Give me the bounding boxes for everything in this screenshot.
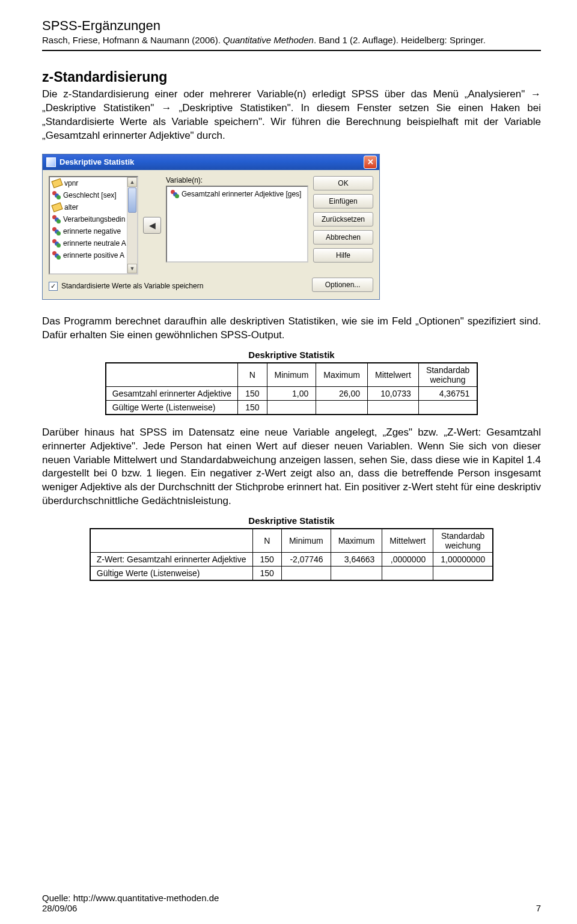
table-row-label: Gültige Werte (Listenweise) [106, 400, 238, 415]
variable-icon [52, 227, 61, 236]
paragraph-intro: Die z-Standardisierung einer oder mehrer… [42, 88, 541, 143]
header-rule [42, 50, 541, 51]
scroll-thumb[interactable] [128, 187, 136, 213]
source-variable-list[interactable]: vpnr Geschlecht [sex] alter Verarbeitung… [49, 176, 138, 275]
dialog-titlebar: Deskriptive Statistik ✕ [43, 154, 379, 170]
section-heading: z-Standardisierung [42, 69, 541, 85]
target-label: Variable(n): [166, 176, 308, 184]
variable-icon [52, 239, 61, 248]
table1-title: Deskriptive Statistik [42, 350, 541, 360]
footer-source: Quelle: http://www.quantitative-methoden… [42, 893, 219, 903]
options-button[interactable]: Optionen... [312, 278, 373, 292]
list-item: Verarbeitungsbedin [50, 213, 137, 225]
reset-button[interactable]: Zurücksetzen [313, 212, 373, 226]
paragraph-output: Das Programm berechnet daraufhin alle de… [42, 315, 541, 342]
paragraph-zvar: Darüber hinaus hat SPSS im Datensatz ein… [42, 426, 541, 509]
table-row-label: Z-Wert: Gesamtzahl erinnerter Adjektive [90, 553, 252, 567]
variable-icon [52, 215, 61, 223]
paste-button[interactable]: Einfügen [313, 194, 373, 208]
cancel-button[interactable]: Abbrechen [313, 230, 373, 245]
page-number: 7 [536, 903, 541, 913]
doc-header-title: SPSS-Ergänzungen [42, 18, 541, 34]
list-item: alter [50, 201, 137, 213]
checkbox-label: Standardisierte Werte als Variable speic… [61, 282, 203, 290]
list-item: Gesamtzahl erinnerter Adjektive [ges] [168, 188, 306, 200]
scrollbar[interactable]: ▲ ▼ [127, 177, 137, 273]
ok-button[interactable]: OK [313, 176, 373, 190]
spss-dialog: Deskriptive Statistik ✕ vpnr Geschlecht … [42, 154, 380, 300]
footer-date: 28/09/06 [42, 903, 219, 913]
list-item: erinnerte negative [50, 225, 137, 237]
variable-icon [52, 191, 61, 199]
variable-icon [52, 251, 61, 260]
table-row-label: Gültige Werte (Listenweise) [90, 567, 252, 581]
list-item: vpnr [50, 177, 137, 189]
target-variable-list[interactable]: Gesamtzahl erinnerter Adjektive [ges] [166, 186, 308, 263]
save-standardized-checkbox[interactable]: ✓ [49, 282, 58, 291]
doc-header-citation: Rasch, Friese, Hofmann & Naumann (2006).… [42, 35, 541, 45]
help-button[interactable]: Hilfe [313, 248, 373, 263]
output-table-1: N Minimum Maximum Mittelwert Standardabw… [105, 362, 478, 415]
list-item: erinnerte positive A [50, 249, 137, 261]
table-row-label: Gesamtzahl erinnerter Adjektive [106, 386, 238, 400]
table2-title: Deskriptive Statistik [42, 515, 541, 526]
scroll-up-icon[interactable]: ▲ [127, 177, 137, 187]
list-item: erinnerte neutrale A [50, 237, 137, 249]
list-item: Geschlecht [sex] [50, 189, 137, 201]
dialog-title: Deskriptive Statistik [60, 157, 364, 166]
ruler-icon [51, 202, 63, 212]
variable-icon [171, 190, 179, 198]
window-icon [46, 157, 56, 167]
output-table-2: N Minimum Maximum Mittelwert Standardabw… [90, 528, 493, 581]
scroll-down-icon[interactable]: ▼ [127, 264, 137, 273]
move-left-button[interactable]: ◀ [143, 217, 161, 234]
close-icon[interactable]: ✕ [364, 156, 377, 169]
ruler-icon [51, 178, 63, 188]
